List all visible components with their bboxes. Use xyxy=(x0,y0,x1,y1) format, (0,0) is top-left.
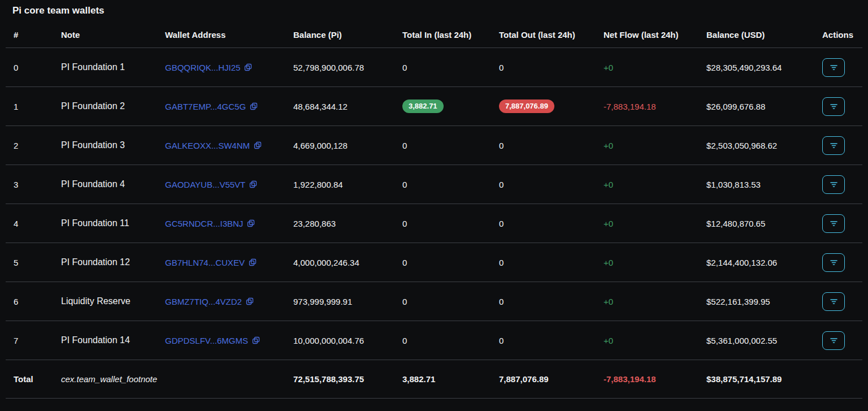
net-flow: +0 xyxy=(597,282,700,321)
wallet-note: PI Foundation 11 xyxy=(54,204,158,243)
row-actions-button[interactable] xyxy=(822,136,845,155)
wallet-address-link[interactable]: GALKEOXX...SW4NM xyxy=(165,141,250,150)
total-label: Total xyxy=(6,360,54,399)
total-footnote: cex.team_wallet_footnote xyxy=(54,360,158,399)
wallet-note: PI Foundation 1 xyxy=(54,48,158,87)
copy-icon[interactable] xyxy=(254,141,262,149)
row-actions-button[interactable] xyxy=(822,331,845,350)
filter-icon xyxy=(829,180,839,189)
total-in: 0 xyxy=(396,165,492,204)
table-row: 4 PI Foundation 11 GC5RNDCR...I3BNJ 23,2… xyxy=(6,204,862,243)
wallet-address-link[interactable]: GBMZ7TIQ...4VZD2 xyxy=(165,297,242,306)
copy-icon[interactable] xyxy=(250,102,258,110)
wallet-address-link[interactable]: GB7HLN74...CUXEV xyxy=(165,258,245,267)
header-note: Note xyxy=(54,22,158,48)
filter-icon xyxy=(829,141,839,150)
header-actions: Actions xyxy=(815,22,862,48)
balance-usd: $12,480,870.65 xyxy=(700,204,815,243)
copy-icon[interactable] xyxy=(244,63,252,71)
header-total-in: Total In (last 24h) xyxy=(396,22,492,48)
filter-icon xyxy=(829,63,839,72)
row-index: 1 xyxy=(6,87,54,126)
page-title: Pi core team wallets xyxy=(0,0,868,22)
table-row: 0 PI Foundation 1 GBQQRIQK...HJI25 52,79… xyxy=(6,48,862,87)
row-actions-button[interactable] xyxy=(822,97,845,116)
row-index: 0 xyxy=(6,48,54,87)
wallet-note: PI Foundation 2 xyxy=(54,87,158,126)
balance-pi: 48,684,344.12 xyxy=(287,87,396,126)
row-index: 7 xyxy=(6,321,54,360)
total-address-empty xyxy=(158,360,287,399)
copy-icon[interactable] xyxy=(249,180,257,188)
row-actions-button[interactable] xyxy=(822,292,845,311)
header-wallet-address: Wallet Address xyxy=(158,22,287,48)
total-in: 3,882.71 xyxy=(396,87,492,126)
outflow-badge: 7,887,076.89 xyxy=(499,99,554,113)
total-in: 0 xyxy=(396,282,492,321)
net-flow: +0 xyxy=(597,243,700,282)
table-row: 1 PI Foundation 2 GABT7EMP...4GC5G 48,68… xyxy=(6,87,862,126)
table-row: 5 PI Foundation 12 GB7HLN74...CUXEV 4,00… xyxy=(6,243,862,282)
header-net-flow: Net Flow (last 24h) xyxy=(597,22,700,48)
total-net-flow: -7,883,194.18 xyxy=(597,360,700,399)
filter-icon xyxy=(829,336,839,345)
row-actions-button[interactable] xyxy=(822,214,845,233)
total-balance-usd: $38,875,714,157.89 xyxy=(700,360,815,399)
wallet-note: PI Foundation 3 xyxy=(54,126,158,165)
total-out: 0 xyxy=(492,243,597,282)
row-actions-button[interactable] xyxy=(822,175,845,194)
balance-pi: 10,000,000,004.76 xyxy=(287,321,396,360)
total-out: 0 xyxy=(492,165,597,204)
total-out: 0 xyxy=(492,126,597,165)
wallet-note: Liquidity Reserve xyxy=(54,282,158,321)
total-in: 0 xyxy=(396,48,492,87)
inflow-badge: 3,882.71 xyxy=(402,99,444,113)
wallet-address-link[interactable]: GABT7EMP...4GC5G xyxy=(165,102,246,111)
balance-usd: $28,305,490,293.64 xyxy=(700,48,815,87)
wallet-note: PI Foundation 12 xyxy=(54,243,158,282)
filter-icon xyxy=(829,297,839,306)
header-index: # xyxy=(6,22,54,48)
balance-usd: $5,361,000,002.55 xyxy=(700,321,815,360)
total-in-sum: 3,882.71 xyxy=(396,360,492,399)
copy-icon[interactable] xyxy=(252,336,260,344)
balance-pi: 52,798,900,006.78 xyxy=(287,48,396,87)
total-in: 0 xyxy=(396,321,492,360)
balance-usd: $2,144,400,132.06 xyxy=(700,243,815,282)
table-row: 7 PI Foundation 14 GDPDSLFV...6MGMS 10,0… xyxy=(6,321,862,360)
copy-icon[interactable] xyxy=(247,219,255,227)
balance-pi: 23,280,863 xyxy=(287,204,396,243)
copy-icon[interactable] xyxy=(246,297,254,305)
balance-pi: 1,922,800.84 xyxy=(287,165,396,204)
total-in: 0 xyxy=(396,243,492,282)
total-out: 0 xyxy=(492,321,597,360)
wallet-address-link[interactable]: GC5RNDCR...I3BNJ xyxy=(165,219,243,228)
total-in: 0 xyxy=(396,204,492,243)
net-flow: +0 xyxy=(597,204,700,243)
wallet-address-link[interactable]: GBQQRIQK...HJI25 xyxy=(165,63,240,72)
total-row: Total cex.team_wallet_footnote 72,515,78… xyxy=(6,360,862,399)
filter-icon xyxy=(829,258,839,267)
table-header-row: # Note Wallet Address Balance (Pi) Total… xyxy=(6,22,862,48)
row-actions-button[interactable] xyxy=(822,58,845,77)
wallet-address-link[interactable]: GAODAYUB...V55VT xyxy=(165,180,245,189)
filter-icon xyxy=(829,102,839,111)
copy-icon[interactable] xyxy=(249,258,257,266)
wallet-note: PI Foundation 4 xyxy=(54,165,158,204)
row-actions-button[interactable] xyxy=(822,253,845,272)
row-index: 2 xyxy=(6,126,54,165)
table-row: 6 Liquidity Reserve GBMZ7TIQ...4VZD2 973… xyxy=(6,282,862,321)
header-balance-usd: Balance (USD) xyxy=(700,22,815,48)
header-balance-pi: Balance (Pi) xyxy=(287,22,396,48)
filter-icon xyxy=(829,219,839,228)
wallet-note: PI Foundation 14 xyxy=(54,321,158,360)
total-actions-empty xyxy=(815,360,862,399)
total-out: 0 xyxy=(492,48,597,87)
total-out: 0 xyxy=(492,282,597,321)
balance-pi: 973,999,999.91 xyxy=(287,282,396,321)
total-in: 0 xyxy=(396,126,492,165)
row-index: 5 xyxy=(6,243,54,282)
wallet-address-link[interactable]: GDPDSLFV...6MGMS xyxy=(165,336,248,345)
balance-pi: 4,000,000,246.34 xyxy=(287,243,396,282)
net-flow: +0 xyxy=(597,48,700,87)
